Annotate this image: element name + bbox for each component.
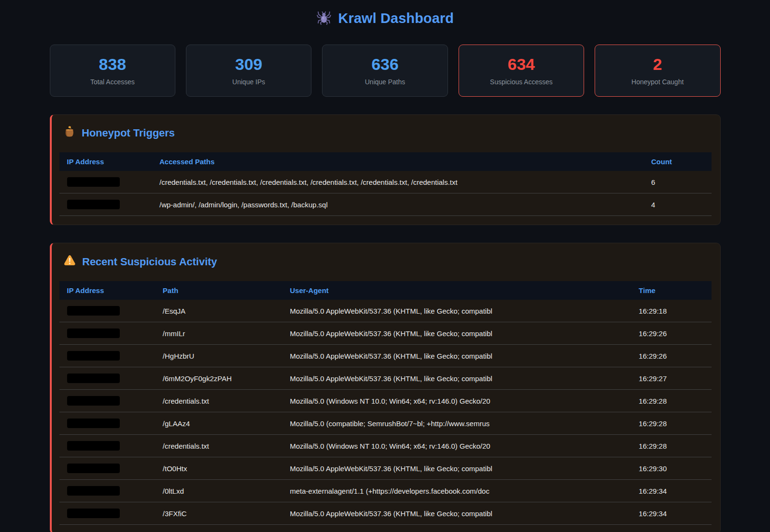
path-cell: /HgHzbrU (155, 345, 282, 367)
ip-redaction-bar (67, 441, 120, 451)
ip-redaction-bar (67, 328, 120, 338)
time-cell: 16:29:27 (631, 367, 711, 390)
time-cell: 16:29:34 (631, 502, 711, 525)
time-cell: 16:29:26 (631, 345, 711, 367)
ip-redaction-bar (67, 177, 120, 187)
ip-address-cell (59, 457, 155, 480)
honeypot-table-header-row: IP Address Accessed Paths Count (59, 152, 712, 171)
ip-address-cell (59, 367, 155, 390)
stat-value: 309 (235, 56, 263, 73)
ip-redaction-bar (67, 464, 120, 473)
table-row: /EsqJAMozilla/5.0 AppleWebKit/537.36 (KH… (59, 300, 712, 322)
honeypot-triggers-section: Honeypot Triggers IP Address Accessed Pa… (50, 114, 721, 225)
honeypot-col-count: Count (644, 152, 712, 171)
user-agent-cell: Mozilla/5.0 (compatible; SemrushBot/7~bl… (282, 412, 631, 435)
activity-col-ip-address: IP Address (59, 281, 155, 300)
user-agent-cell: Mozilla/5.0 AppleWebKit/537.36 (KHTML, l… (282, 502, 631, 525)
ip-redaction-bar (67, 486, 120, 496)
activity-col-path: Path (155, 281, 282, 300)
user-agent-cell: Mozilla/5.0 AppleWebKit/537.36 (KHTML, l… (282, 345, 631, 367)
user-agent-cell: Mozilla/5.0 AppleWebKit/537.36 (KHTML, l… (282, 457, 631, 480)
stat-value: 636 (371, 56, 399, 73)
time-cell: 16:29:30 (631, 457, 711, 480)
time-cell: 16:29:28 (631, 412, 711, 435)
warning-icon (63, 254, 76, 270)
stat-value: 838 (99, 56, 126, 73)
activity-section-title: Recent Suspicious Activity (63, 254, 712, 270)
paths-cell: /credentials.txt, /credentials.txt, /cre… (152, 171, 644, 193)
ip-redaction-bar (67, 306, 120, 316)
stat-label: Honeypot Caught (632, 78, 684, 86)
table-row: /wp-admin/, /admin/login, /passwords.txt… (59, 193, 712, 216)
stat-card-honeypot-caught: 2 Honeypot Caught (595, 45, 720, 97)
stat-label: Suspicious Accesses (490, 78, 553, 86)
suspicious-activity-section: Recent Suspicious Activity IP Address Pa… (50, 243, 721, 532)
honeypot-table-body: /credentials.txt, /credentials.txt, /cre… (59, 171, 712, 216)
activity-section-title-text: Recent Suspicious Activity (82, 256, 218, 268)
path-cell: /EsqJA (155, 300, 282, 322)
honeypot-table: IP Address Accessed Paths Count /credent… (59, 152, 712, 216)
ip-redaction-bar (67, 419, 120, 428)
ip-address-cell (59, 435, 155, 457)
table-row: /6mM2OyF0gk2zPAHMozilla/5.0 AppleWebKit/… (59, 367, 712, 390)
ip-address-cell (59, 300, 155, 322)
time-cell: 16:29:34 (631, 480, 711, 502)
stats-row: 838 Total Accesses 309 Unique IPs 636 Un… (50, 45, 721, 97)
honeypot-icon (63, 125, 76, 141)
time-cell: 16:29:26 (631, 322, 711, 345)
stat-value: 2 (653, 56, 662, 73)
activity-table-header-row: IP Address Path User-Agent Time (59, 281, 712, 300)
count-cell: 4 (644, 193, 712, 216)
ip-address-cell (59, 193, 152, 216)
stat-card-suspicious-accesses: 634 Suspicious Accesses (459, 45, 584, 97)
user-agent-cell: meta-externalagent/1.1 (+https://develop… (282, 480, 631, 502)
table-row: /credentials.txt, /credentials.txt, /cre… (59, 171, 712, 193)
ip-address-cell (59, 345, 155, 367)
time-cell: 16:29:28 (631, 390, 711, 412)
spider-icon (316, 10, 332, 27)
ip-address-cell (59, 390, 155, 412)
ip-address-cell (59, 480, 155, 502)
page-header: Krawl Dashboard (50, 10, 721, 27)
path-cell: /credentials.txt (155, 390, 282, 412)
user-agent-cell: Mozilla/5.0 AppleWebKit/537.36 (KHTML, l… (282, 322, 631, 345)
path-cell: /mmILr (155, 322, 282, 345)
ip-redaction-bar (67, 351, 120, 361)
table-row: /credentials.txtMozilla/5.0 (Windows NT … (59, 435, 712, 457)
activity-table: IP Address Path User-Agent Time /EsqJAMo… (59, 281, 712, 525)
stat-label: Total Accesses (90, 78, 135, 86)
ip-redaction-bar (67, 200, 120, 209)
table-row: /3FXfiCMozilla/5.0 AppleWebKit/537.36 (K… (59, 502, 712, 525)
activity-col-user-agent: User-Agent (282, 281, 631, 300)
ip-redaction-bar (67, 509, 120, 518)
table-row: /mmILrMozilla/5.0 AppleWebKit/537.36 (KH… (59, 322, 712, 345)
honeypot-col-accessed-paths: Accessed Paths (152, 152, 644, 171)
activity-table-body: /EsqJAMozilla/5.0 AppleWebKit/537.36 (KH… (59, 300, 712, 525)
dashboard-container: Krawl Dashboard 838 Total Accesses 309 U… (50, 0, 721, 532)
page-title: Krawl Dashboard (338, 11, 454, 26)
stat-card-unique-paths: 636 Unique Paths (322, 45, 448, 97)
path-cell: /credentials.txt (155, 435, 282, 457)
ip-address-cell (59, 322, 155, 345)
stat-card-unique-ips: 309 Unique IPs (186, 45, 311, 97)
user-agent-cell: Mozilla/5.0 AppleWebKit/537.36 (KHTML, l… (282, 367, 631, 390)
path-cell: /0ltLxd (155, 480, 282, 502)
table-row: /HgHzbrUMozilla/5.0 AppleWebKit/537.36 (… (59, 345, 712, 367)
stat-card-total-accesses: 838 Total Accesses (50, 45, 175, 97)
user-agent-cell: Mozilla/5.0 AppleWebKit/537.36 (KHTML, l… (282, 300, 631, 322)
honeypot-col-ip-address: IP Address (59, 152, 152, 171)
table-row: /gLAAz4Mozilla/5.0 (compatible; SemrushB… (59, 412, 712, 435)
time-cell: 16:29:18 (631, 300, 711, 322)
stat-label: Unique IPs (232, 78, 265, 86)
user-agent-cell: Mozilla/5.0 (Windows NT 10.0; Win64; x64… (282, 435, 631, 457)
ip-address-cell (59, 502, 155, 525)
path-cell: /3FXfiC (155, 502, 282, 525)
user-agent-cell: Mozilla/5.0 (Windows NT 10.0; Win64; x64… (282, 390, 631, 412)
ip-redaction-bar (67, 374, 120, 383)
path-cell: /tO0Htx (155, 457, 282, 480)
honeypot-section-title: Honeypot Triggers (63, 125, 712, 141)
table-row: /tO0HtxMozilla/5.0 AppleWebKit/537.36 (K… (59, 457, 712, 480)
activity-col-time: Time (631, 281, 711, 300)
path-cell: /gLAAz4 (155, 412, 282, 435)
table-row: /0ltLxdmeta-externalagent/1.1 (+https://… (59, 480, 712, 502)
